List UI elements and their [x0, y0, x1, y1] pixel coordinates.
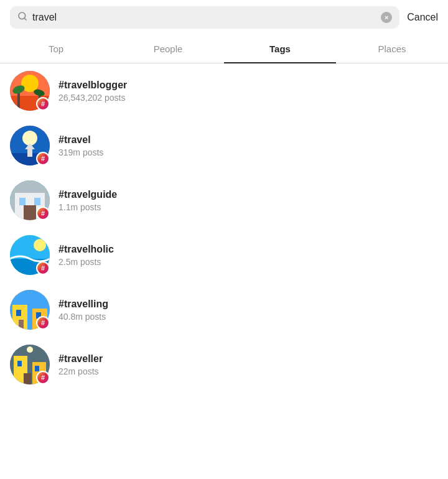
result-info: #travelholic 2.5m posts — [58, 244, 438, 267]
hashtag-icon: # — [41, 156, 45, 162]
search-input[interactable] — [32, 12, 376, 23]
hashtag-icon: # — [41, 265, 45, 272]
result-info: #travelling 40.8m posts — [58, 299, 438, 322]
hashtag-badge: # — [36, 152, 50, 165]
tabs-bar: Top People Tags Places — [0, 35, 448, 63]
avatar-wrapper: # — [10, 235, 50, 275]
svg-rect-15 — [19, 198, 26, 205]
svg-point-20 — [34, 239, 46, 251]
svg-rect-24 — [16, 310, 21, 316]
svg-rect-16 — [34, 198, 40, 205]
list-item[interactable]: # #traveller 22m posts — [0, 337, 448, 392]
hashtag-icon: # — [41, 210, 45, 217]
result-count: 319m posts — [58, 147, 438, 157]
clear-button[interactable]: × — [381, 12, 392, 23]
result-tag: #travelling — [58, 299, 438, 310]
result-count: 2.5m posts — [58, 257, 438, 267]
list-item[interactable]: # #travelguide 1.1m posts — [0, 173, 448, 228]
list-item[interactable]: # #travel 319m posts — [0, 118, 448, 173]
hashtag-badge: # — [36, 371, 50, 384]
result-count: 22m posts — [58, 366, 438, 376]
hashtag-badge: # — [36, 316, 50, 330]
result-tag: #travel — [58, 134, 438, 146]
tab-people[interactable]: People — [112, 35, 224, 63]
hashtag-badge: # — [36, 97, 50, 111]
svg-rect-31 — [35, 366, 39, 371]
svg-rect-17 — [24, 205, 36, 220]
avatar-wrapper: # — [10, 345, 50, 384]
hashtag-icon: # — [41, 374, 45, 381]
avatar-wrapper: # — [10, 126, 50, 165]
result-info: #travelblogger 26,543,202 posts — [58, 80, 438, 103]
svg-rect-26 — [19, 320, 24, 330]
cancel-button[interactable]: Cancel — [407, 12, 438, 23]
result-tag: #traveller — [58, 353, 438, 365]
svg-rect-30 — [17, 361, 22, 366]
result-tag: #travelblogger — [58, 80, 438, 91]
avatar-wrapper: # — [10, 290, 50, 330]
result-info: #travelguide 1.1m posts — [58, 189, 438, 212]
search-bar: × Cancel — [0, 0, 448, 35]
result-info: #travel 319m posts — [58, 134, 438, 157]
svg-line-1 — [24, 18, 26, 20]
list-item[interactable]: # #travelholic 2.5m posts — [0, 228, 448, 282]
search-input-wrapper: × — [10, 6, 399, 29]
results-list: # #travelblogger 26,543,202 posts # — [0, 63, 448, 392]
hashtag-icon: # — [41, 320, 45, 327]
avatar-wrapper: # — [10, 71, 50, 111]
hashtag-badge: # — [36, 207, 50, 220]
svg-point-33 — [27, 346, 33, 353]
result-count: 1.1m posts — [58, 202, 438, 212]
svg-rect-32 — [24, 373, 31, 384]
hashtag-icon: # — [41, 101, 45, 108]
tab-top[interactable]: Top — [0, 35, 112, 63]
result-count: 26,543,202 posts — [58, 93, 438, 103]
result-tag: #travelholic — [58, 244, 438, 255]
list-item[interactable]: # #travelblogger 26,543,202 posts — [0, 63, 448, 118]
avatar-wrapper: # — [10, 180, 50, 220]
search-icon — [17, 11, 27, 24]
result-tag: #travelguide — [58, 189, 438, 200]
result-info: #traveller 22m posts — [58, 353, 438, 376]
list-item[interactable]: # #travelling 40.8m posts — [0, 282, 448, 337]
hashtag-badge: # — [36, 261, 50, 275]
result-count: 40.8m posts — [58, 312, 438, 322]
tab-places[interactable]: Places — [336, 35, 448, 63]
tab-tags[interactable]: Tags — [224, 35, 336, 63]
